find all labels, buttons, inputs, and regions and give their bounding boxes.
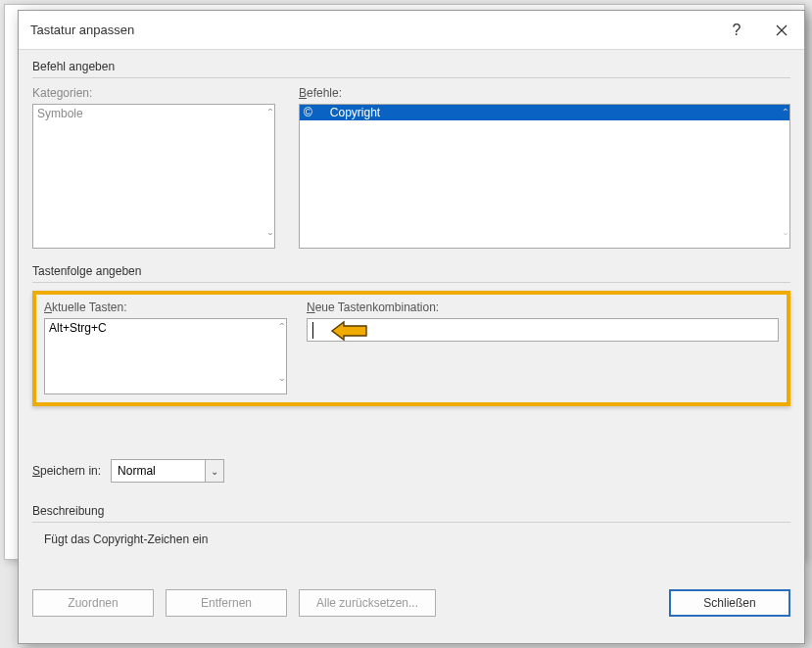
scroll-arrows: ˆ ˇ [772,105,788,248]
categories-label: Kategorien: [32,86,275,100]
svg-marker-2 [332,322,366,340]
titlebar: Tastatur anpassen ? [19,11,804,50]
customize-keyboard-dialog: Tastatur anpassen ? Befehl angeben Kateg… [18,10,805,644]
remove-button[interactable]: Entfernen [166,589,287,617]
command-row: Kategorien: Symbole ˆ ˇ Befehle: © Copyr… [32,86,790,249]
save-in-value: Normal [111,459,205,483]
current-keys-listbox[interactable]: Alt+Strg+C ˆ ˇ [44,318,287,394]
close-button[interactable]: Schließen [669,589,790,617]
commands-label: Befehle: [299,86,790,100]
categories-item: Symbole [33,105,274,122]
save-in-row: Speichern in: Normal ⌄ [32,459,790,483]
description-block: Beschreibung Fügt das Copyright-Zeichen … [32,504,790,546]
commands-listbox[interactable]: © Copyright ˆ ˇ [299,104,790,249]
scroll-arrows: ˆ ˇ [257,105,272,248]
new-key-input[interactable] [307,318,779,342]
current-keys-label: Aktuelle Tasten: [44,301,287,314]
divider [32,77,790,78]
text-cursor [312,322,313,339]
save-in-label: Speichern in: [32,464,101,478]
arrow-callout-icon [331,320,368,345]
button-row: Zuordnen Entfernen Alle zurücksetzen... … [32,589,790,617]
save-in-combobox[interactable]: Normal ⌄ [111,459,224,483]
help-button[interactable]: ? [714,11,759,50]
new-key-label: Neue Tastenkombination: [307,301,779,314]
categories-listbox: Symbole ˆ ˇ [32,104,275,249]
dialog-body: Befehl angeben Kategorien: Symbole ˆ ˇ B… [19,50,804,643]
close-icon[interactable] [759,11,804,50]
keys-group-label: Tastenfolge angeben [32,264,790,278]
divider [32,282,790,283]
chevron-down-icon: ˇ [784,232,788,245]
highlight-frame: Aktuelle Tasten: Alt+Strg+C ˆ ˇ Neue Tas… [32,291,790,406]
command-item-copyright[interactable]: © Copyright [300,105,789,120]
command-name: Copyright [330,106,380,119]
command-group-label: Befehl angeben [32,60,790,73]
dialog-title: Tastatur anpassen [30,23,714,37]
command-symbol: © [304,106,312,119]
reset-all-button[interactable]: Alle zurücksetzen... [299,589,436,617]
chevron-down-icon: ˇ [280,378,284,391]
chevron-down-icon: ˇ [268,232,272,245]
chevron-down-icon[interactable]: ⌄ [205,459,224,483]
description-label: Beschreibung [32,504,790,518]
description-text: Fügt das Copyright-Zeichen ein [44,532,790,546]
divider [32,522,790,523]
assign-button[interactable]: Zuordnen [32,589,154,617]
current-key-item[interactable]: Alt+Strg+C [45,319,286,337]
